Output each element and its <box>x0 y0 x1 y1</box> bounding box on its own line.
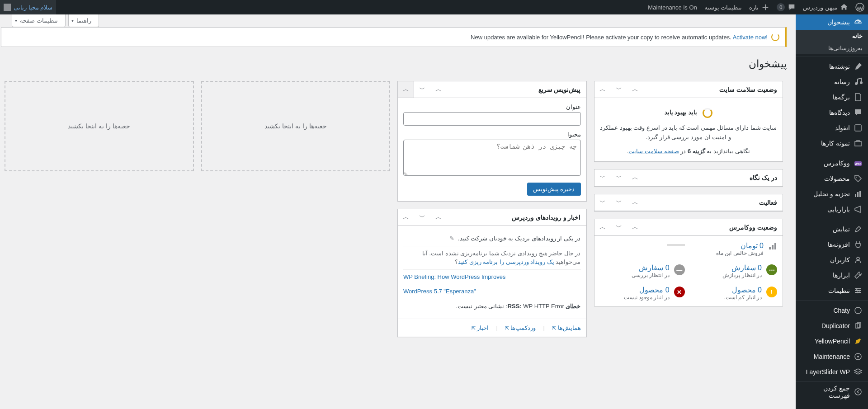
quick-draft-widget: پیش‌نویس سریع ︿ ﹀ ︿ عنوان مح <box>397 81 587 202</box>
menu-tools[interactable]: ابزارها <box>796 268 868 283</box>
move-up-icon[interactable]: ︿ <box>627 219 643 235</box>
menu-yellowpencil[interactable]: YellowPencil <box>796 334 868 344</box>
svg-rect-9 <box>859 191 861 197</box>
title-input[interactable] <box>403 112 581 126</box>
drop-zone-3[interactable]: جعبه‌ها را به اینجا بکشید <box>201 81 391 171</box>
move-down-icon[interactable]: ﹀ <box>611 169 627 186</box>
screen-options-button[interactable]: تنظیمات صفحه <box>12 14 66 27</box>
move-up-icon[interactable]: ︿ <box>627 81 643 98</box>
move-down-icon[interactable]: ﹀ <box>414 81 430 98</box>
svg-point-16 <box>857 291 859 293</box>
menu-analytics[interactable]: تجزیه و تحلیل <box>796 186 868 202</box>
news-item-2[interactable]: WordPress 5.7 "Esperanza" <box>403 288 476 295</box>
menu-posts[interactable]: نوشته‌ها <box>796 59 868 74</box>
menu-plugins[interactable]: افزونه‌ها <box>796 237 868 252</box>
meetups-link[interactable]: همایش‌ها ⇱ <box>552 324 581 331</box>
health-ring-icon <box>703 108 712 118</box>
svg-point-2 <box>860 81 863 84</box>
move-up-icon[interactable]: ︿ <box>627 169 643 186</box>
content-textarea[interactable] <box>403 140 581 176</box>
wc-orders-processing[interactable]: ⋯ 0 سفارش در انتظار پردازش <box>692 263 777 278</box>
move-down-icon[interactable]: ﹀ <box>414 209 430 226</box>
activity-widget: فعالیت ︿ ﹀ ﹀ <box>594 194 783 212</box>
update-notice: New updates are available for YellowPenc… <box>1 27 787 47</box>
wordcamps-link[interactable]: وردکمپ‌ها ⇱ <box>505 324 536 331</box>
wc-out-stock[interactable]: ✕ 0 محصول در انبار موجود نیست <box>600 286 685 301</box>
activity-title: فعالیت <box>754 195 783 210</box>
sparkline <box>667 244 685 246</box>
toggle-icon[interactable]: ︿ <box>594 219 611 235</box>
toggle-icon[interactable]: ︿ <box>398 81 414 98</box>
menu-woocommerce[interactable]: Woo ووکامرس <box>796 155 868 171</box>
menu-users[interactable]: کاربران <box>796 252 868 268</box>
svg-rect-3 <box>855 125 861 131</box>
theme-settings-link[interactable]: تنظیمات پوسته <box>701 0 746 14</box>
new-content[interactable]: تازه <box>745 0 773 14</box>
menu-portfolio[interactable]: نمونه کارها <box>796 136 868 151</box>
new-label: تازه <box>749 4 759 11</box>
move-up-icon[interactable]: ︿ <box>430 209 447 226</box>
comments-link[interactable]: 0 <box>773 0 799 14</box>
menu-products[interactable]: محصولات <box>796 171 868 186</box>
glance-title: در یک نگاه <box>744 170 783 185</box>
activate-link[interactable]: Activate now! <box>733 34 768 41</box>
wp-logo[interactable] <box>852 0 868 14</box>
menu-media[interactable]: رسانه <box>796 74 868 89</box>
menu-duplicator[interactable]: Duplicator <box>796 318 868 334</box>
maintenance-link[interactable]: Maintenance is On <box>644 0 700 14</box>
wc-low-stock[interactable]: ! 0 محصول در انبار کم است. <box>692 286 777 301</box>
drop-zone-4[interactable]: جعبه‌ها را به اینجا بکشید <box>5 81 194 171</box>
news-footer-link[interactable]: اخبار ⇱ <box>472 324 489 331</box>
menu-marketing[interactable]: بازاریابی <box>796 202 868 217</box>
menu-chaty[interactable]: Chaty <box>796 303 868 318</box>
external-icon: ⇱ <box>552 325 556 331</box>
attend-text: در یکی از رویدادهای نزدیک به خودتان شرکت… <box>458 235 581 242</box>
toggle-icon[interactable]: ﹀ <box>594 194 611 211</box>
update-spinner-icon <box>771 33 779 41</box>
processing-icon: ⋯ <box>766 264 777 275</box>
site-health-widget: وضعیت سلامت سایت ︿ ﹀ ︿ باید بهبود یابد س… <box>594 81 783 162</box>
notice-text: New updates are available for YellowPenc… <box>471 34 733 41</box>
toggle-icon[interactable]: ﹀ <box>594 169 611 186</box>
svg-point-17 <box>855 307 861 314</box>
organize-event-link[interactable]: یک رویداد وردپرسی را برنامه ریزی کنید <box>458 259 554 265</box>
move-down-icon[interactable]: ﹀ <box>611 194 627 211</box>
hold-icon: — <box>674 264 685 275</box>
site-name[interactable]: میهن وردپرس <box>799 0 852 14</box>
error-icon: ✕ <box>674 287 685 297</box>
news-item-1[interactable]: WP Briefing: How WordPress Improves <box>403 273 505 280</box>
my-account[interactable]: سلام محیا ربانی <box>0 0 56 14</box>
svg-point-6 <box>856 177 857 178</box>
svg-point-15 <box>859 290 860 291</box>
site-health-link[interactable]: صفحه سلامت سایت <box>628 148 679 155</box>
move-up-icon[interactable]: ︿ <box>430 81 447 98</box>
save-draft-button[interactable]: ذخیره پیش‌نویس <box>527 183 581 196</box>
wc-orders-hold[interactable]: — 0 سفارش در انتظار بررسی <box>600 263 685 278</box>
svg-rect-7 <box>855 194 856 197</box>
svg-point-14 <box>856 288 858 290</box>
menu-appearance[interactable]: نمایش <box>796 221 868 237</box>
menu-enfold[interactable]: انفولد <box>796 120 868 136</box>
wc-status-widget: وضعیت ووکامرس ︿ ﹀ ︿ 0 تومان <box>594 219 783 306</box>
wc-net-sales[interactable]: 0 تومان فروش خالص این ماه <box>692 241 777 256</box>
toggle-icon[interactable]: ︿ <box>398 209 414 226</box>
content-label: محتوا <box>403 131 581 138</box>
move-up-icon[interactable]: ︿ <box>627 194 643 211</box>
news-widget: اخبار و رویدادهای وردپرس ︿ ﹀ ︿ در یکی از… <box>397 209 587 337</box>
menu-pages[interactable]: برگه‌ها <box>796 89 868 105</box>
toggle-icon[interactable]: ︿ <box>594 81 611 98</box>
help-button[interactable]: راهنما <box>68 14 99 27</box>
news-title: اخبار و رویدادهای وردپرس <box>506 210 586 225</box>
menu-dashboard[interactable]: پیشخوان <box>796 14 868 30</box>
page-title: پیشخوان <box>1 54 787 72</box>
health-status: باید بهبود یابد <box>665 109 697 116</box>
menu-settings[interactable]: تنظیمات <box>796 283 868 298</box>
edit-icon[interactable]: ✎ <box>449 234 454 243</box>
move-down-icon[interactable]: ﹀ <box>611 219 627 235</box>
menu-comments[interactable]: دیدگاه‌ها <box>796 105 868 120</box>
svg-rect-8 <box>857 192 859 197</box>
health-desc: سایت شما دارای مسائل مهمی است که باید در… <box>600 123 778 142</box>
submenu-home[interactable]: خانه <box>796 30 868 42</box>
submenu-updates[interactable]: به‌روزرسانی‌ها <box>796 42 868 54</box>
move-down-icon[interactable]: ﹀ <box>611 81 627 98</box>
